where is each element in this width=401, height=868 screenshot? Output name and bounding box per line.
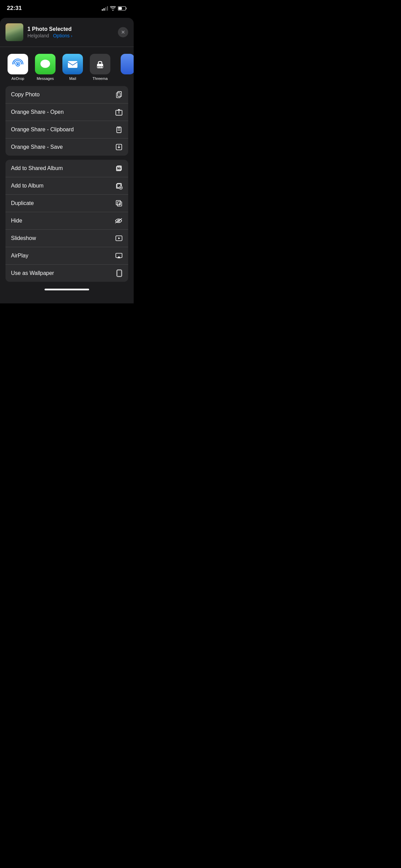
add-album-button[interactable]: Add to Album [5, 177, 128, 195]
mail-label: Mail [69, 76, 76, 81]
orange-share-save-icon [115, 143, 123, 151]
options-link[interactable]: Options [53, 33, 70, 38]
add-shared-album-icon [115, 165, 123, 172]
svg-rect-10 [68, 61, 77, 68]
share-header-text: 1 Photo Selected Helgoland Options › [27, 26, 118, 38]
share-sheet: 1 Photo Selected Helgoland Options › ✕ [0, 18, 134, 303]
svg-marker-37 [118, 237, 120, 239]
svg-rect-11 [97, 64, 103, 68]
threema-app-item[interactable]: Threema [88, 54, 112, 81]
slideshow-icon [115, 234, 123, 242]
wifi-icon [110, 6, 116, 11]
svg-rect-41 [118, 270, 121, 276]
copy-photo-label: Copy Photo [11, 92, 40, 98]
svg-rect-2 [105, 7, 106, 11]
orange-share-clipboard-label: Orange Share - Clipboard [11, 126, 74, 133]
messages-app-item[interactable]: Messages [33, 54, 58, 81]
orange-share-open-icon [115, 108, 123, 116]
svg-rect-3 [107, 6, 108, 11]
airplay-button[interactable]: AirPlay [5, 247, 128, 265]
svg-line-35 [116, 219, 122, 223]
partial-app-item[interactable] [115, 54, 134, 81]
hide-icon [114, 217, 123, 225]
orange-share-save-button[interactable]: Orange Share - Save [5, 138, 128, 156]
action-group-1: Copy Photo Orange Share - Open Orange Sh… [5, 86, 128, 156]
slideshow-label: Slideshow [11, 235, 36, 241]
svg-rect-0 [102, 9, 103, 11]
hide-label: Hide [11, 218, 22, 224]
status-bar: 22:31 [0, 0, 134, 14]
duplicate-icon [115, 200, 123, 207]
use-as-wallpaper-label: Use as Wallpaper [11, 270, 54, 276]
share-header: 1 Photo Selected Helgoland Options › ✕ [0, 18, 134, 47]
svg-point-14 [101, 66, 103, 68]
svg-rect-1 [104, 8, 105, 11]
slideshow-button[interactable]: Slideshow [5, 230, 128, 247]
orange-share-save-label: Orange Share - Save [11, 144, 63, 150]
threema-label: Threema [93, 76, 108, 81]
home-indicator [0, 286, 134, 292]
signal-icon [102, 6, 108, 11]
status-time: 22:31 [7, 5, 22, 12]
app-icons-row: AirDrop Messages Mail [0, 47, 134, 86]
svg-rect-15 [118, 92, 121, 97]
svg-point-12 [97, 66, 99, 68]
airdrop-app-item[interactable]: AirDrop [5, 54, 30, 81]
chevron-icon: › [71, 34, 72, 38]
use-as-wallpaper-button[interactable]: Use as Wallpaper [5, 265, 128, 282]
airplay-icon [115, 252, 123, 260]
svg-point-8 [17, 63, 19, 65]
duplicate-label: Duplicate [11, 200, 34, 206]
add-album-label: Add to Album [11, 183, 44, 189]
orange-share-clipboard-icon [115, 126, 123, 133]
photo-thumbnail [5, 23, 23, 41]
svg-rect-6 [119, 7, 122, 10]
airplay-label: AirPlay [11, 253, 28, 259]
hide-button[interactable]: Hide [5, 212, 128, 230]
share-location: Helgoland [27, 33, 49, 38]
use-as-wallpaper-icon [116, 269, 123, 277]
add-shared-album-button[interactable]: Add to Shared Album [5, 160, 128, 177]
threema-icon [90, 54, 110, 74]
messages-label: Messages [37, 76, 54, 81]
close-button[interactable]: ✕ [118, 27, 128, 37]
messages-icon [35, 54, 56, 74]
status-icons [102, 6, 127, 11]
svg-point-9 [40, 60, 50, 68]
svg-rect-16 [117, 93, 120, 98]
action-group-2: Add to Shared Album Add to Album Duplica… [5, 160, 128, 282]
svg-rect-5 [126, 8, 127, 9]
add-album-icon [115, 182, 123, 190]
svg-marker-39 [117, 256, 120, 258]
orange-share-open-button[interactable]: Orange Share - Open [5, 104, 128, 121]
partial-icon [121, 54, 134, 74]
svg-rect-30 [116, 201, 121, 205]
battery-icon [118, 6, 127, 11]
mail-icon [62, 54, 83, 74]
svg-point-13 [99, 66, 101, 68]
home-indicator-bar [45, 289, 89, 290]
duplicate-button[interactable]: Duplicate [5, 195, 128, 212]
airdrop-icon [8, 54, 28, 74]
close-icon: ✕ [121, 29, 125, 35]
airdrop-label: AirDrop [11, 76, 24, 81]
orange-share-open-label: Orange Share - Open [11, 109, 64, 115]
mail-app-item[interactable]: Mail [60, 54, 85, 81]
share-subtitle: Helgoland Options › [27, 33, 118, 38]
copy-photo-icon [115, 91, 123, 98]
add-shared-album-label: Add to Shared Album [11, 165, 63, 171]
orange-share-clipboard-button[interactable]: Orange Share - Clipboard [5, 121, 128, 138]
copy-photo-button[interactable]: Copy Photo [5, 86, 128, 104]
share-title: 1 Photo Selected [27, 26, 118, 32]
